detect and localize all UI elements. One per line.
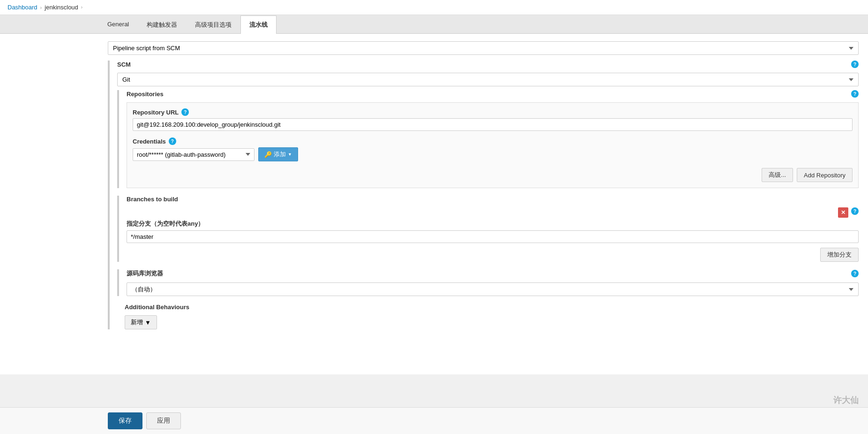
bottom-spacer: [98, 337, 868, 374]
tab-triggers[interactable]: 构建触发器: [138, 15, 186, 34]
branches-section: Branches to build ✕ ? 指定分支（为空时代表any） 增加分…: [117, 196, 859, 262]
repositories-section: Repositories ? Repository URL ?: [117, 90, 859, 188]
pipeline-section: Pipeline script from SCM SCM ? Git Repos…: [98, 34, 868, 337]
repo-url-label-row: Repository URL ?: [133, 108, 853, 116]
add-credential-label: 添加: [274, 150, 286, 159]
repositories-title: Repositories: [127, 91, 164, 98]
main-content: Pipeline script from SCM SCM ? Git Repos…: [0, 34, 868, 374]
add-branch-button[interactable]: 增加分支: [820, 248, 859, 262]
repositories-header: Repositories ?: [127, 90, 859, 98]
credentials-label: Credentials: [133, 138, 166, 145]
add-credential-caret-icon: ▼: [288, 152, 292, 157]
new-behaviour-button[interactable]: 新增 ▼: [125, 315, 157, 329]
credentials-controls: root/****** (gitlab-auth-password) 🔑 添加 …: [133, 147, 853, 161]
credentials-row-outer: Credentials ? root/****** (gitlab-auth-p…: [133, 137, 853, 161]
scm-title: SCM: [117, 61, 131, 68]
tab-advanced[interactable]: 高级项目选项: [186, 15, 240, 34]
additional-behaviours-title: Additional Behaviours: [125, 304, 189, 311]
scm-select[interactable]: Git: [117, 73, 859, 86]
add-branch-row: 增加分支: [127, 248, 859, 262]
branches-title: Branches to build: [127, 196, 178, 203]
branch-item: ✕ ? 指定分支（为空时代表any）: [127, 207, 859, 243]
scm-section: SCM ? Git Repositories ? Repository URL: [108, 61, 859, 329]
credential-select[interactable]: root/****** (gitlab-auth-password): [133, 148, 254, 161]
new-behaviour-caret-icon: ▼: [145, 319, 151, 326]
additional-behaviours-header: Additional Behaviours: [125, 304, 859, 311]
scm-help-icon[interactable]: ?: [851, 61, 859, 68]
repo-action-buttons: 高级... Add Repository: [133, 168, 853, 182]
tab-pipeline[interactable]: 流水线: [240, 15, 277, 34]
advanced-button[interactable]: 高级...: [762, 168, 793, 182]
scm-header: SCM ?: [117, 61, 859, 68]
add-repository-button[interactable]: Add Repository: [797, 168, 853, 182]
repo-url-label: Repository URL: [133, 109, 179, 116]
repositories-help-icon[interactable]: ?: [851, 90, 859, 98]
credentials-label-row: Credentials ?: [133, 137, 853, 145]
source-browser-title: 源码库浏览器: [127, 269, 163, 278]
breadcrumb-caret: ›: [81, 5, 82, 10]
breadcrumb-dashboard[interactable]: Dashboard: [7, 4, 37, 11]
source-browser-header: 源码库浏览器 ?: [127, 269, 859, 278]
repo-inner: Repository URL ? Credentials ?: [127, 102, 859, 188]
repo-url-row: Repository URL ?: [133, 108, 853, 131]
tab-bar: General 构建触发器 高级项目选项 流水线: [0, 15, 868, 34]
top-bar: Dashboard › jenkinscloud ›: [0, 0, 868, 15]
branches-header: Branches to build: [127, 196, 859, 203]
pipeline-definition-select[interactable]: Pipeline script from SCM: [108, 41, 859, 55]
credentials-help-icon[interactable]: ?: [169, 137, 176, 145]
tab-general[interactable]: General: [98, 15, 138, 34]
add-credential-button[interactable]: 🔑 添加 ▼: [258, 147, 298, 161]
additional-behaviours-section: Additional Behaviours 新增 ▼: [117, 304, 859, 329]
breadcrumb-current: jenkinscloud: [45, 4, 78, 11]
branch-specifier-input[interactable]: [127, 230, 859, 243]
new-behaviour-label: 新增: [131, 318, 143, 327]
source-browser-section: 源码库浏览器 ? （自动）: [117, 269, 859, 296]
pipeline-definition-row: Pipeline script from SCM: [108, 41, 859, 55]
branch-item-header: ✕ ?: [127, 207, 859, 218]
source-browser-select[interactable]: （自动）: [127, 282, 859, 296]
source-browser-help-icon[interactable]: ?: [851, 270, 859, 277]
branch-specifier-label: 指定分支（为空时代表any）: [127, 220, 204, 228]
repo-url-input[interactable]: [133, 118, 853, 131]
key-icon: 🔑: [264, 151, 272, 158]
delete-branch-button[interactable]: ✕: [838, 207, 848, 218]
breadcrumb-arrow1: ›: [40, 5, 42, 10]
repo-url-help-icon[interactable]: ?: [181, 108, 189, 116]
branch-help-icon[interactable]: ?: [851, 207, 859, 215]
branch-specifier-label-row: 指定分支（为空时代表any）: [127, 220, 859, 228]
